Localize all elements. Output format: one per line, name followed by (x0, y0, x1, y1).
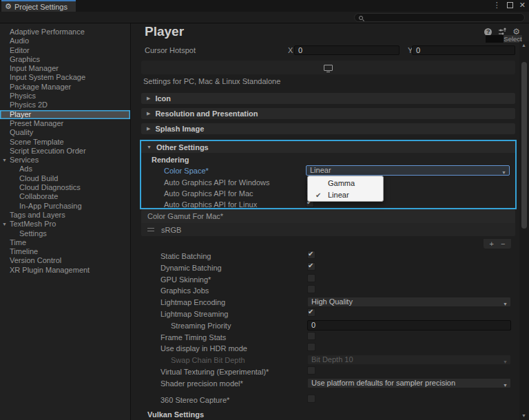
sidebar-item-ads[interactable]: Ads (0, 165, 130, 174)
dropdown[interactable]: High Quality▼ (307, 297, 511, 307)
standalone-platform-icon (324, 65, 333, 71)
sidebar-item-input-system-package[interactable]: Input System Package (0, 73, 130, 82)
checkbox[interactable] (307, 343, 315, 351)
drag-handle-icon[interactable] (147, 228, 154, 231)
dropdown[interactable]: Use platform defaults for sampler precis… (307, 378, 511, 388)
sidebar-item-xr-plugin-management[interactable]: XR Plugin Management (0, 266, 130, 275)
search-input[interactable] (363, 14, 524, 21)
sidebar-item-label: Settings (19, 229, 47, 238)
vertical-scrollbar[interactable]: ▲ ▼ (519, 41, 529, 420)
color-space-popup: Gamma✔Linear (307, 176, 384, 202)
sidebar-item-label: Editor (10, 46, 30, 54)
tab-project-settings[interactable]: ⚙ Project Settings (1, 0, 76, 12)
sidebar-item-cloud-build[interactable]: Cloud Build (0, 174, 130, 183)
object-thumbnail[interactable] (486, 35, 504, 43)
scroll-down-icon[interactable]: ▼ (521, 413, 526, 418)
scrollbar-thumb[interactable] (521, 62, 527, 229)
add-button[interactable]: + (490, 240, 494, 248)
section-header-splash[interactable]: ▶ Splash Image (141, 123, 515, 134)
section-title: Resolution and Presentation (155, 109, 258, 118)
sidebar-item-settings[interactable]: Settings (0, 229, 130, 238)
toolbar (0, 12, 529, 23)
popup-option-label: Linear (328, 191, 349, 199)
checkbox[interactable]: ✔ (307, 251, 315, 259)
checkbox[interactable] (307, 274, 315, 282)
checkbox[interactable] (307, 285, 315, 293)
sidebar-item-timeline[interactable]: Timeline (0, 247, 130, 256)
sidebar-item-tags-and-layers[interactable]: Tags and Layers (0, 211, 130, 220)
search-box[interactable] (354, 13, 525, 22)
sidebar-item-package-manager[interactable]: Package Manager (0, 83, 130, 92)
sidebar-item-quality[interactable]: Quality (0, 128, 130, 137)
hotspot-x-field[interactable]: 0 (294, 45, 400, 55)
color-gamut-header: Color Gamut For Mac* (141, 209, 515, 223)
setting-label: Swap Chain Bit Depth (171, 356, 245, 364)
checkbox[interactable]: ✔ (307, 308, 315, 317)
sidebar-item-label: Physics 2D (10, 101, 48, 109)
popup-option-gamma[interactable]: Gamma (308, 178, 383, 189)
control-slot: ✔ (307, 251, 511, 259)
checkbox[interactable]: ✔ (307, 262, 315, 271)
sidebar-item-label: Time (10, 238, 26, 246)
section-header-icon[interactable]: ▶ Icon (141, 93, 515, 104)
sidebar-item-services[interactable]: ▼Services (0, 156, 130, 165)
scroll-up-icon[interactable]: ▲ (521, 43, 526, 48)
sidebar-item-physics-2d[interactable]: Physics 2D (0, 101, 130, 109)
sidebar-item-adaptive-performance[interactable]: Adaptive Performance (0, 28, 130, 36)
sidebar-item-player[interactable]: Player (0, 110, 130, 119)
setting-row: Virtual Texturing (Experimental)* (132, 366, 529, 378)
chevron-down-icon: ▼ (501, 168, 506, 176)
control-slot (307, 395, 511, 403)
sidebar-item-collaborate[interactable]: Collaborate (0, 192, 130, 201)
sidebar-item-textmesh-pro[interactable]: ▼TextMesh Pro (0, 220, 130, 229)
help-icon[interactable]: ? (484, 28, 492, 36)
sidebar-item-preset-manager[interactable]: Preset Manager (0, 119, 130, 128)
window-menu-icon[interactable]: ⋮ (493, 1, 501, 9)
color-space-dropdown[interactable]: Linear ▼ (306, 165, 510, 176)
sidebar-item-audio[interactable]: Audio (0, 36, 130, 45)
dropdown: Bit Depth 10▼ (307, 355, 511, 365)
checkbox[interactable] (307, 366, 315, 375)
popup-option-label: Gamma (328, 179, 355, 187)
control-slot (307, 274, 511, 282)
sidebar-item-graphics[interactable]: Graphics (0, 55, 130, 64)
color-gamut-item-srgb[interactable]: sRGB (141, 223, 515, 236)
sidebar-item-time[interactable]: Time (0, 238, 130, 247)
setting-row: Graphics Jobs (132, 285, 529, 297)
sidebar-item-label: Adaptive Performance (10, 28, 85, 36)
setting-row: GPU Skinning* (132, 274, 529, 286)
sidebar-item-label: Audio (10, 36, 29, 45)
control-slot: ✔ (307, 308, 511, 317)
sidebar-item-script-execution-order[interactable]: Script Execution Order (0, 147, 130, 156)
dropdown-value: Bit Depth 10 (311, 355, 353, 364)
sidebar-item-physics[interactable]: Physics (0, 92, 130, 101)
sidebar-item-input-manager[interactable]: Input Manager (0, 64, 130, 73)
platform-tab-standalone[interactable] (141, 61, 515, 74)
setting-row: 360 Stereo Capture* (132, 395, 529, 406)
remove-button[interactable]: − (501, 240, 505, 248)
sidebar-item-version-control[interactable]: Version Control (0, 256, 130, 265)
cursor-hotspot-row: Cursor Hotspot X 0 Y 0 (132, 45, 529, 56)
checkbox[interactable] (307, 395, 315, 403)
close-icon[interactable]: ✕ (519, 1, 526, 9)
text-field[interactable]: 0 (307, 320, 511, 330)
sidebar-item-scene-template[interactable]: Scene Template (0, 138, 130, 147)
sidebar-item-label: Player (10, 110, 31, 118)
checkbox[interactable] (307, 332, 315, 340)
sidebar-item-in-app-purchasing[interactable]: In-App Purchasing (0, 202, 130, 211)
collapse-arrow-icon: ▶ (147, 126, 150, 132)
setting-label: Dynamic Batching (160, 264, 222, 272)
check-icon: ✔ (308, 308, 313, 315)
sidebar-item-label: Cloud Diagnostics (19, 183, 81, 191)
setting-label: Auto Graphics API for Windows (164, 178, 269, 187)
hotspot-y-field[interactable]: 0 (412, 45, 515, 55)
check-icon: ✔ (308, 250, 313, 258)
maximize-icon[interactable] (507, 2, 513, 8)
section-header-other-settings[interactable]: ▼ Other Settings (141, 141, 515, 153)
chevron-down-icon: ▼ (503, 300, 508, 307)
dropdown-value: Linear (310, 166, 331, 174)
sidebar-item-editor[interactable]: Editor (0, 46, 130, 55)
sidebar-item-cloud-diagnostics[interactable]: Cloud Diagnostics (0, 183, 130, 192)
popup-option-linear[interactable]: ✔Linear (308, 189, 383, 201)
section-header-resolution[interactable]: ▶ Resolution and Presentation (141, 108, 515, 119)
